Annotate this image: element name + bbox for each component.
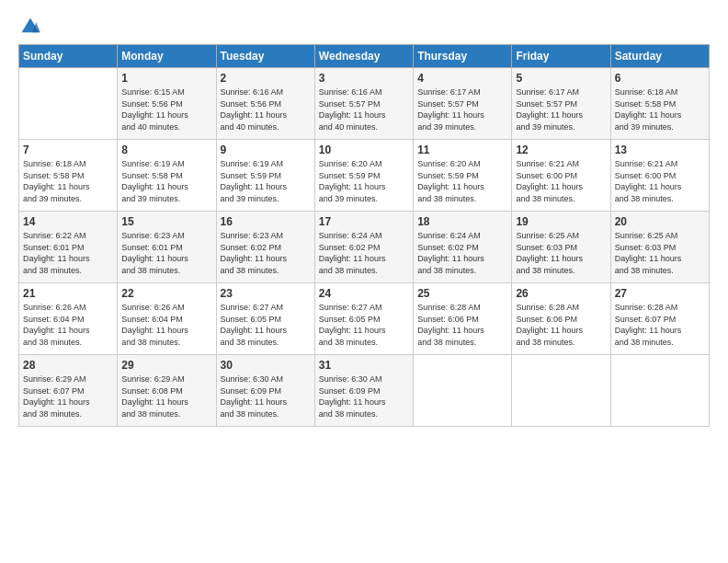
day-number: 1 — [121, 72, 211, 85]
cell-2-3: 9Sunrise: 6:19 AM Sunset: 5:59 PM Daylig… — [216, 140, 314, 212]
day-number: 4 — [417, 72, 507, 85]
col-header-friday: Friday — [512, 45, 610, 68]
cell-5-5 — [414, 355, 512, 427]
day-info: Sunrise: 6:16 AM Sunset: 5:57 PM Dayligh… — [319, 86, 409, 132]
day-number: 7 — [23, 144, 113, 156]
cell-1-6: 5Sunrise: 6:17 AM Sunset: 5:57 PM Daylig… — [512, 68, 610, 140]
day-number: 5 — [516, 72, 606, 85]
day-number: 28 — [23, 359, 113, 372]
cell-4-1: 21Sunrise: 6:26 AM Sunset: 6:04 PM Dayli… — [19, 283, 118, 355]
cell-4-5: 25Sunrise: 6:28 AM Sunset: 6:06 PM Dayli… — [414, 283, 512, 355]
cell-1-1 — [19, 68, 118, 140]
day-number: 23 — [221, 287, 311, 300]
day-number: 20 — [615, 215, 705, 228]
cell-2-7: 13Sunrise: 6:21 AM Sunset: 6:00 PM Dayli… — [610, 140, 709, 212]
cell-5-1: 28Sunrise: 6:29 AM Sunset: 6:07 PM Dayli… — [19, 355, 118, 427]
page: SundayMondayTuesdayWednesdayThursdayFrid… — [0, 0, 728, 563]
day-info: Sunrise: 6:23 AM Sunset: 6:02 PM Dayligh… — [221, 230, 311, 276]
day-info: Sunrise: 6:30 AM Sunset: 6:09 PM Dayligh… — [319, 373, 409, 419]
day-info: Sunrise: 6:25 AM Sunset: 6:03 PM Dayligh… — [615, 230, 705, 276]
cell-4-3: 23Sunrise: 6:27 AM Sunset: 6:05 PM Dayli… — [216, 283, 314, 355]
day-info: Sunrise: 6:22 AM Sunset: 6:01 PM Dayligh… — [23, 230, 113, 276]
day-number: 29 — [121, 359, 211, 372]
cell-1-5: 4Sunrise: 6:17 AM Sunset: 5:57 PM Daylig… — [414, 68, 512, 140]
day-info: Sunrise: 6:26 AM Sunset: 6:04 PM Dayligh… — [121, 302, 211, 348]
day-info: Sunrise: 6:28 AM Sunset: 6:07 PM Dayligh… — [615, 302, 705, 348]
cell-3-3: 16Sunrise: 6:23 AM Sunset: 6:02 PM Dayli… — [216, 212, 314, 283]
col-header-tuesday: Tuesday — [216, 45, 314, 68]
day-info: Sunrise: 6:16 AM Sunset: 5:56 PM Dayligh… — [221, 86, 311, 132]
day-number: 14 — [23, 215, 113, 228]
day-info: Sunrise: 6:24 AM Sunset: 6:02 PM Dayligh… — [417, 230, 507, 276]
cell-1-4: 3Sunrise: 6:16 AM Sunset: 5:57 PM Daylig… — [314, 68, 413, 140]
day-info: Sunrise: 6:19 AM Sunset: 5:58 PM Dayligh… — [121, 158, 211, 204]
day-info: Sunrise: 6:21 AM Sunset: 6:00 PM Dayligh… — [615, 158, 705, 204]
cell-1-3: 2Sunrise: 6:16 AM Sunset: 5:56 PM Daylig… — [216, 68, 314, 140]
week-row-5: 28Sunrise: 6:29 AM Sunset: 6:07 PM Dayli… — [19, 355, 710, 427]
cell-5-6 — [512, 355, 610, 427]
cell-4-2: 22Sunrise: 6:26 AM Sunset: 6:04 PM Dayli… — [118, 283, 216, 355]
day-number: 21 — [23, 287, 113, 300]
col-header-sunday: Sunday — [19, 45, 118, 68]
cell-3-2: 15Sunrise: 6:23 AM Sunset: 6:01 PM Dayli… — [118, 212, 216, 283]
day-number: 27 — [615, 287, 705, 300]
cell-2-6: 12Sunrise: 6:21 AM Sunset: 6:00 PM Dayli… — [512, 140, 610, 212]
day-number: 26 — [516, 287, 606, 300]
day-number: 15 — [121, 215, 211, 228]
day-number: 9 — [221, 144, 311, 156]
day-number: 19 — [516, 215, 606, 228]
col-header-wednesday: Wednesday — [314, 45, 413, 68]
day-number: 3 — [319, 72, 409, 85]
cell-1-7: 6Sunrise: 6:18 AM Sunset: 5:58 PM Daylig… — [610, 68, 709, 140]
day-info: Sunrise: 6:27 AM Sunset: 6:05 PM Dayligh… — [221, 302, 311, 348]
day-number: 30 — [221, 359, 311, 372]
day-info: Sunrise: 6:25 AM Sunset: 6:03 PM Dayligh… — [516, 230, 606, 276]
cell-4-7: 27Sunrise: 6:28 AM Sunset: 6:07 PM Dayli… — [610, 283, 709, 355]
cell-4-6: 26Sunrise: 6:28 AM Sunset: 6:06 PM Dayli… — [512, 283, 610, 355]
header-row: SundayMondayTuesdayWednesdayThursdayFrid… — [19, 45, 710, 68]
day-number: 12 — [516, 144, 606, 156]
cell-4-4: 24Sunrise: 6:27 AM Sunset: 6:05 PM Dayli… — [314, 283, 413, 355]
day-info: Sunrise: 6:29 AM Sunset: 6:08 PM Dayligh… — [121, 373, 211, 419]
day-number: 18 — [417, 215, 507, 228]
cell-2-2: 8Sunrise: 6:19 AM Sunset: 5:58 PM Daylig… — [118, 140, 216, 212]
day-number: 8 — [121, 144, 211, 156]
day-info: Sunrise: 6:29 AM Sunset: 6:07 PM Dayligh… — [23, 373, 113, 419]
day-info: Sunrise: 6:17 AM Sunset: 5:57 PM Dayligh… — [516, 86, 606, 132]
day-info: Sunrise: 6:27 AM Sunset: 6:05 PM Dayligh… — [319, 302, 409, 348]
cell-3-5: 18Sunrise: 6:24 AM Sunset: 6:02 PM Dayli… — [414, 212, 512, 283]
cell-1-2: 1Sunrise: 6:15 AM Sunset: 5:56 PM Daylig… — [118, 68, 216, 140]
logo-icon — [20, 17, 40, 37]
col-header-monday: Monday — [118, 45, 216, 68]
day-info: Sunrise: 6:20 AM Sunset: 5:59 PM Dayligh… — [417, 158, 507, 204]
day-number: 10 — [319, 144, 409, 156]
day-number: 24 — [319, 287, 409, 300]
day-info: Sunrise: 6:28 AM Sunset: 6:06 PM Dayligh… — [516, 302, 606, 348]
day-info: Sunrise: 6:23 AM Sunset: 6:01 PM Dayligh… — [121, 230, 211, 276]
day-number: 6 — [615, 72, 705, 85]
week-row-2: 7Sunrise: 6:18 AM Sunset: 5:58 PM Daylig… — [19, 140, 710, 212]
day-info: Sunrise: 6:19 AM Sunset: 5:59 PM Dayligh… — [221, 158, 311, 204]
day-info: Sunrise: 6:18 AM Sunset: 5:58 PM Dayligh… — [615, 86, 705, 132]
header — [18, 17, 710, 37]
day-number: 11 — [417, 144, 507, 156]
cell-5-7 — [610, 355, 709, 427]
cell-5-2: 29Sunrise: 6:29 AM Sunset: 6:08 PM Dayli… — [118, 355, 216, 427]
day-info: Sunrise: 6:24 AM Sunset: 6:02 PM Dayligh… — [319, 230, 409, 276]
day-info: Sunrise: 6:30 AM Sunset: 6:09 PM Dayligh… — [221, 373, 311, 419]
logo — [18, 17, 42, 37]
cell-3-7: 20Sunrise: 6:25 AM Sunset: 6:03 PM Dayli… — [610, 212, 709, 283]
day-number: 17 — [319, 215, 409, 228]
cell-5-3: 30Sunrise: 6:30 AM Sunset: 6:09 PM Dayli… — [216, 355, 314, 427]
week-row-1: 1Sunrise: 6:15 AM Sunset: 5:56 PM Daylig… — [19, 68, 710, 140]
day-number: 13 — [615, 144, 705, 156]
col-header-thursday: Thursday — [414, 45, 512, 68]
day-info: Sunrise: 6:26 AM Sunset: 6:04 PM Dayligh… — [23, 302, 113, 348]
day-number: 25 — [417, 287, 507, 300]
cell-2-4: 10Sunrise: 6:20 AM Sunset: 5:59 PM Dayli… — [314, 140, 413, 212]
cell-2-5: 11Sunrise: 6:20 AM Sunset: 5:59 PM Dayli… — [414, 140, 512, 212]
day-info: Sunrise: 6:20 AM Sunset: 5:59 PM Dayligh… — [319, 158, 409, 204]
day-number: 22 — [121, 287, 211, 300]
cell-2-1: 7Sunrise: 6:18 AM Sunset: 5:58 PM Daylig… — [19, 140, 118, 212]
cell-3-6: 19Sunrise: 6:25 AM Sunset: 6:03 PM Dayli… — [512, 212, 610, 283]
